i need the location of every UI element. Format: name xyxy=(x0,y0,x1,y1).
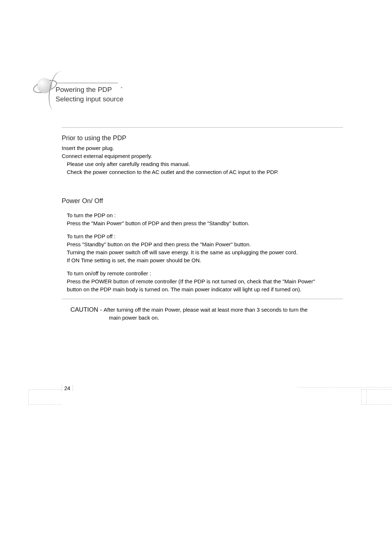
power-on-title: To turn the PDP on : xyxy=(67,211,343,219)
caution-block: CAUTION - After turning off the main Pow… xyxy=(62,306,343,322)
prior-line4: Check the power connection to the AC out… xyxy=(62,168,343,176)
prior-section: Prior to using the PDP Insert the power … xyxy=(62,134,343,176)
prior-line1: Insert the power plug. xyxy=(62,144,343,152)
divider xyxy=(62,127,343,128)
power-off-body3: If ON Time setting is set, the main powe… xyxy=(67,256,343,264)
power-on-body: Press the "Main Power" button of PDP and… xyxy=(67,219,343,227)
caution-line1: CAUTION - After turning off the main Pow… xyxy=(70,306,343,314)
page-content: Prior to using the PDP Insert the power … xyxy=(62,127,343,322)
power-off-body2: Turning the main power switch off will s… xyxy=(67,248,343,256)
power-remote-title: To turn on/off by remote controller : xyxy=(67,270,343,278)
power-section: Power On/ Off To turn the PDP on : Press… xyxy=(62,197,343,293)
prior-heading: Prior to using the PDP xyxy=(62,134,343,142)
power-remote-body1: Press the POWER button of remote control… xyxy=(67,278,343,285)
page-number-value: 24 xyxy=(62,385,73,391)
power-off-group: To turn the PDP off : Press "Standby" bu… xyxy=(62,232,343,264)
power-on-group: To turn the PDP on : Press the "Main Pow… xyxy=(62,211,343,227)
crop-mark-icon xyxy=(366,389,392,405)
crop-mark-icon xyxy=(361,389,367,405)
prior-line3: Please use only after carefully reading … xyxy=(62,160,343,168)
divider xyxy=(62,299,343,299)
power-remote-body2: button on the PDP main body is turned on… xyxy=(67,285,343,293)
power-remote-group: To turn on/off by remote controller : Pr… xyxy=(62,270,343,293)
crop-mark-icon xyxy=(28,389,61,405)
power-off-body1: Press "Standby" button on the PDP and th… xyxy=(67,240,343,248)
section-title: Powering the PDP Selecting input source xyxy=(56,85,123,104)
power-heading: Power On/ Off xyxy=(62,197,343,205)
section-title-line1: Powering the PDP xyxy=(56,85,123,94)
prior-line2: Connect external equipment properly. xyxy=(62,152,343,160)
power-off-title: To turn the PDP off : xyxy=(67,232,343,240)
caution-text1: After turning off the main Power, please… xyxy=(104,307,308,313)
crop-mark-icon xyxy=(298,387,392,388)
caution-text2: main power back on. xyxy=(70,314,343,322)
section-title-line2: Selecting input source xyxy=(56,94,123,104)
page-number: 24 xyxy=(62,385,73,391)
caution-label: CAUTION - xyxy=(70,306,104,313)
